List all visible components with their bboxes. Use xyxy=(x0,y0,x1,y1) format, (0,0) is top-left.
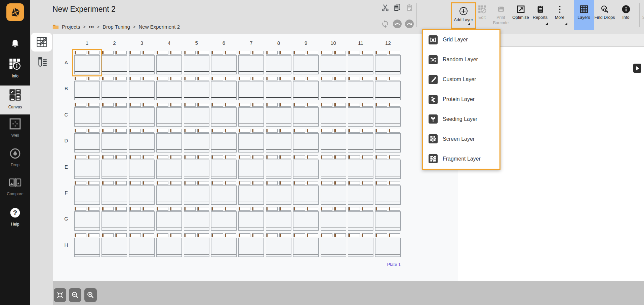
well-E5[interactable] xyxy=(184,155,209,179)
well-C3[interactable] xyxy=(129,103,155,127)
well-F7[interactable] xyxy=(238,181,264,205)
well-E3[interactable] xyxy=(129,155,155,179)
well-E6[interactable] xyxy=(211,155,237,179)
well-C5[interactable] xyxy=(184,103,209,127)
well-C6[interactable] xyxy=(211,103,237,127)
well-A6[interactable] xyxy=(211,51,237,74)
well-G6[interactable] xyxy=(211,207,237,231)
well-H7[interactable] xyxy=(238,233,264,257)
well-E11[interactable] xyxy=(348,155,373,179)
layer-menu-item-grid-layer[interactable]: Grid Layer xyxy=(423,30,499,50)
well-D8[interactable] xyxy=(266,129,291,152)
well-E12[interactable] xyxy=(375,155,401,179)
well-C7[interactable] xyxy=(238,103,264,127)
well-B9[interactable] xyxy=(293,77,319,100)
well-F12[interactable] xyxy=(375,181,401,205)
well-B3[interactable] xyxy=(129,77,155,100)
well-B7[interactable] xyxy=(238,77,264,100)
well-G12[interactable] xyxy=(375,207,401,231)
well-B11[interactable] xyxy=(348,77,373,100)
well-C12[interactable] xyxy=(375,103,401,127)
well-A10[interactable] xyxy=(321,51,346,74)
well-G11[interactable] xyxy=(348,207,373,231)
well-A1[interactable] xyxy=(74,51,100,74)
well-C2[interactable] xyxy=(102,103,127,127)
well-A4[interactable] xyxy=(156,51,182,74)
well-E10[interactable] xyxy=(321,155,346,179)
well-H3[interactable] xyxy=(129,233,155,257)
well-H10[interactable] xyxy=(321,233,346,257)
well-C9[interactable] xyxy=(293,103,319,127)
well-G4[interactable] xyxy=(156,207,182,231)
well-B4[interactable] xyxy=(156,77,182,100)
well-F10[interactable] xyxy=(321,181,346,205)
panel-expand-button[interactable] xyxy=(633,64,641,73)
layer-menu-item-seeding-layer[interactable]: Seeding Layer xyxy=(423,109,499,129)
well-B12[interactable] xyxy=(375,77,401,100)
well-D5[interactable] xyxy=(184,129,209,152)
well-F8[interactable] xyxy=(266,181,291,205)
well-B6[interactable] xyxy=(211,77,237,100)
well-A7[interactable] xyxy=(238,51,264,74)
well-A2[interactable] xyxy=(102,51,127,74)
well-F2[interactable] xyxy=(102,181,127,205)
well-E9[interactable] xyxy=(293,155,319,179)
well-C1[interactable] xyxy=(74,103,100,127)
well-F11[interactable] xyxy=(348,181,373,205)
well-B5[interactable] xyxy=(184,77,209,100)
well-H9[interactable] xyxy=(293,233,319,257)
well-E1[interactable] xyxy=(74,155,100,179)
well-D12[interactable] xyxy=(375,129,401,152)
well-E2[interactable] xyxy=(102,155,127,179)
layer-menu-item-screen-layer[interactable]: Screen Layer xyxy=(423,129,499,149)
well-F9[interactable] xyxy=(293,181,319,205)
well-G3[interactable] xyxy=(129,207,155,231)
well-C10[interactable] xyxy=(321,103,346,127)
well-H5[interactable] xyxy=(184,233,209,257)
layer-menu-item-custom-layer[interactable]: Custom Layer xyxy=(423,70,499,90)
well-A9[interactable] xyxy=(293,51,319,74)
layer-menu-item-random-layer[interactable]: Random Layer xyxy=(423,50,499,70)
well-B2[interactable] xyxy=(102,77,127,100)
well-F3[interactable] xyxy=(129,181,155,205)
well-F5[interactable] xyxy=(184,181,209,205)
well-D9[interactable] xyxy=(293,129,319,152)
well-F6[interactable] xyxy=(211,181,237,205)
well-D4[interactable] xyxy=(156,129,182,152)
well-B8[interactable] xyxy=(266,77,291,100)
well-H11[interactable] xyxy=(348,233,373,257)
well-G10[interactable] xyxy=(321,207,346,231)
layer-menu-item-protein-layer[interactable]: Protein Layer xyxy=(423,90,499,109)
well-B1[interactable] xyxy=(74,77,100,100)
well-D11[interactable] xyxy=(348,129,373,152)
well-E8[interactable] xyxy=(266,155,291,179)
well-H8[interactable] xyxy=(266,233,291,257)
well-A8[interactable] xyxy=(266,51,291,74)
well-H4[interactable] xyxy=(156,233,182,257)
well-D3[interactable] xyxy=(129,129,155,152)
well-H12[interactable] xyxy=(375,233,401,257)
well-D2[interactable] xyxy=(102,129,127,152)
well-A3[interactable] xyxy=(129,51,155,74)
well-C4[interactable] xyxy=(156,103,182,127)
well-E7[interactable] xyxy=(238,155,264,179)
well-E4[interactable] xyxy=(156,155,182,179)
well-G2[interactable] xyxy=(102,207,127,231)
layer-menu-item-fragment-layer[interactable]: Fragment Layer xyxy=(423,149,499,169)
well-A5[interactable] xyxy=(184,51,209,74)
well-G8[interactable] xyxy=(266,207,291,231)
well-D10[interactable] xyxy=(321,129,346,152)
well-H1[interactable] xyxy=(74,233,100,257)
well-F1[interactable] xyxy=(74,181,100,205)
well-G5[interactable] xyxy=(184,207,209,231)
well-D7[interactable] xyxy=(238,129,264,152)
well-G9[interactable] xyxy=(293,207,319,231)
well-C11[interactable] xyxy=(348,103,373,127)
well-G7[interactable] xyxy=(238,207,264,231)
well-H6[interactable] xyxy=(211,233,237,257)
well-D1[interactable] xyxy=(74,129,100,152)
well-F4[interactable] xyxy=(156,181,182,205)
well-G1[interactable] xyxy=(74,207,100,231)
well-B10[interactable] xyxy=(321,77,346,100)
well-C8[interactable] xyxy=(266,103,291,127)
